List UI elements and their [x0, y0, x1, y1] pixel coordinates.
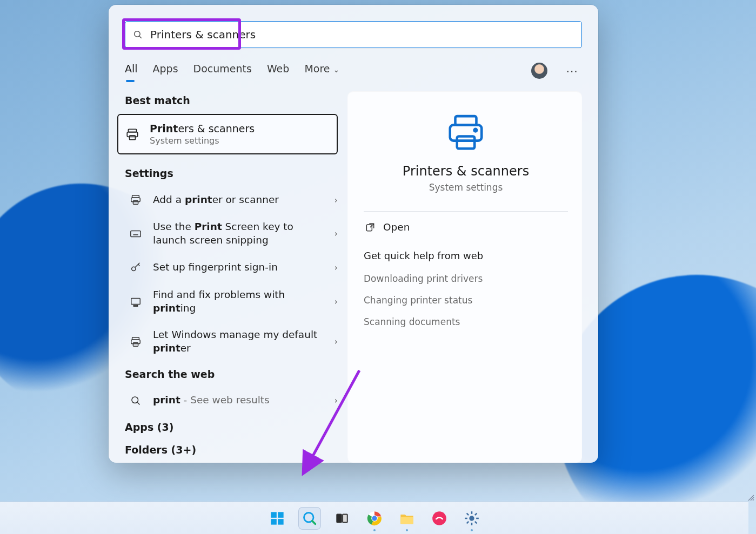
result-detail-pane: Printers & scanners System settings Open… [347, 91, 582, 463]
user-avatar[interactable] [531, 63, 547, 79]
taskbar-app-chrome[interactable] [363, 507, 386, 530]
svg-rect-22 [456, 116, 477, 125]
chevron-down-icon: ⌄ [333, 65, 340, 74]
help-link-scan-docs[interactable]: Scanning documents [364, 311, 568, 333]
help-link-download-drivers[interactable]: Downloading print drivers [364, 268, 568, 289]
tab-documents[interactable]: Documents [193, 63, 252, 79]
settings-item-printscreen[interactable]: Use the Print Screen key to launch scree… [125, 215, 341, 253]
task-view-button[interactable] [331, 507, 353, 530]
svg-point-14 [132, 267, 136, 271]
svg-line-47 [474, 521, 477, 523]
group-search-web: Search the web [125, 368, 341, 380]
tab-web[interactable]: Web [267, 63, 289, 79]
svg-line-49 [474, 513, 477, 515]
key-icon [128, 260, 143, 275]
svg-rect-34 [337, 514, 342, 522]
svg-line-48 [466, 521, 469, 523]
chevron-right-icon: › [334, 336, 338, 347]
chevron-right-icon: › [334, 262, 338, 273]
svg-rect-7 [133, 201, 138, 204]
search-icon [128, 393, 143, 408]
tab-all[interactable]: All [125, 63, 138, 79]
svg-rect-4 [130, 136, 136, 140]
taskbar-app-file-explorer[interactable] [396, 507, 418, 530]
chevron-right-icon: › [334, 395, 338, 405]
svg-rect-29 [278, 512, 284, 518]
chevron-right-icon: › [334, 228, 338, 239]
svg-line-46 [466, 513, 469, 515]
svg-rect-24 [457, 137, 475, 149]
tab-apps[interactable]: Apps [153, 63, 178, 79]
search-filter-tabs: All Apps Documents Web More ⌄ ⋯ [125, 60, 582, 82]
svg-line-1 [139, 36, 142, 38]
svg-rect-30 [271, 519, 277, 525]
web-result-print[interactable]: print - See web results › [125, 388, 341, 414]
printer-icon [128, 334, 143, 349]
help-link-change-status[interactable]: Changing printer status [364, 289, 568, 311]
taskbar-app-settings[interactable] [460, 507, 483, 530]
troubleshoot-icon [128, 294, 143, 309]
open-button[interactable]: Open [364, 215, 568, 239]
group-folders[interactable]: Folders (3+) [125, 444, 341, 456]
printer-icon [125, 127, 140, 142]
svg-rect-35 [343, 514, 347, 522]
open-external-icon [365, 222, 376, 233]
detail-title: Printers & scanners [403, 164, 529, 179]
keyboard-icon [128, 226, 143, 241]
svg-point-20 [132, 397, 138, 403]
svg-point-38 [372, 516, 377, 521]
group-best-match: Best match [125, 94, 341, 106]
svg-rect-19 [133, 343, 138, 346]
taskbar [0, 502, 748, 534]
group-apps[interactable]: Apps (3) [125, 421, 341, 433]
search-icon [133, 30, 143, 39]
printer-icon [128, 192, 143, 207]
svg-rect-26 [366, 225, 372, 231]
settings-item-troubleshoot-printing[interactable]: Find and fix problems with printing › [125, 283, 341, 321]
help-heading: Get quick help from web [364, 250, 568, 261]
tab-more[interactable]: More ⌄ [304, 63, 339, 79]
svg-rect-31 [278, 519, 284, 525]
detail-subtitle: System settings [429, 182, 503, 193]
svg-line-33 [312, 521, 315, 524]
group-settings: Settings [125, 167, 341, 179]
open-label: Open [383, 221, 410, 233]
more-options-button[interactable]: ⋯ [563, 62, 582, 80]
best-match-title: Printers & scanners [150, 123, 255, 134]
divider [364, 211, 568, 212]
printer-icon [445, 112, 487, 154]
svg-line-21 [137, 402, 139, 404]
svg-rect-15 [131, 298, 141, 304]
settings-item-add-printer[interactable]: Add a printer or scanner › [125, 187, 341, 213]
start-search-flyout: All Apps Documents Web More ⌄ ⋯ Best mat… [109, 5, 598, 463]
best-match-subtitle: System settings [150, 136, 255, 146]
svg-point-40 [432, 511, 446, 525]
start-button[interactable] [266, 507, 289, 530]
resize-grip[interactable] [747, 494, 755, 502]
settings-item-fingerprint[interactable]: Set up fingerprint sign-in › [125, 255, 341, 281]
svg-rect-39 [400, 517, 413, 524]
taskbar-search-button[interactable] [298, 507, 321, 530]
svg-rect-8 [131, 231, 141, 236]
search-input[interactable] [150, 22, 581, 48]
svg-rect-16 [133, 305, 137, 306]
search-box[interactable] [125, 21, 582, 48]
results-left-column: Best match Printers & scanners System se… [125, 91, 341, 463]
settings-item-default-printer[interactable]: Let Windows manage my default printer › [125, 323, 341, 361]
svg-point-41 [469, 516, 474, 521]
svg-point-0 [135, 31, 141, 37]
chevron-right-icon: › [334, 296, 338, 307]
best-match-result[interactable]: Printers & scanners System settings [117, 114, 338, 154]
chevron-right-icon: › [334, 195, 338, 205]
taskbar-app-pink[interactable] [428, 507, 451, 530]
svg-rect-23 [450, 125, 482, 140]
svg-rect-28 [271, 512, 277, 518]
svg-point-25 [474, 129, 477, 132]
